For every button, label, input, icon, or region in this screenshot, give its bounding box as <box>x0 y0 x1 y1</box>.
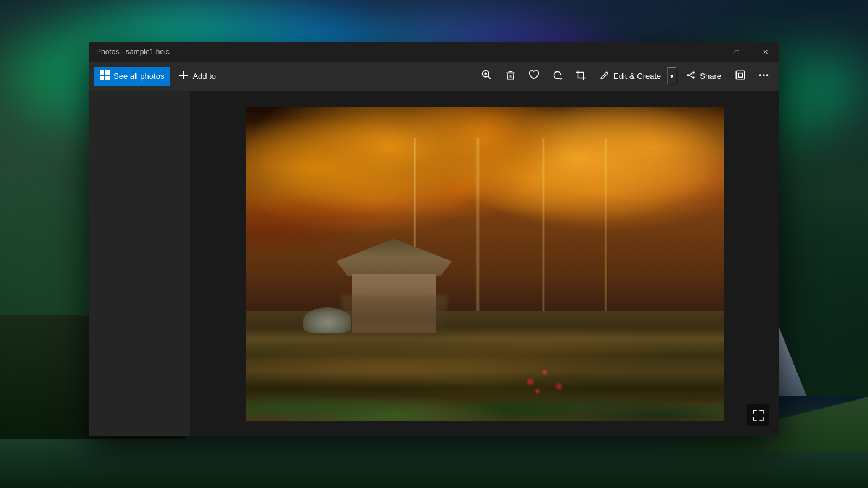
svg-rect-11 <box>509 71 513 72</box>
svg-point-21 <box>760 74 761 76</box>
svg-point-16 <box>692 71 695 74</box>
svg-point-17 <box>692 76 695 79</box>
see-all-photos-label: See all photos <box>113 71 164 81</box>
photo-area <box>190 91 779 436</box>
svg-line-15 <box>607 72 608 73</box>
photo-trunks <box>246 138 724 327</box>
favorite-button[interactable] <box>523 66 544 87</box>
autumn-photo <box>246 107 724 421</box>
photo-berries <box>509 358 580 405</box>
svg-point-22 <box>763 74 764 76</box>
chevron-down-icon: ▾ <box>670 72 674 80</box>
window-title: Photos - sample1.heic <box>96 47 170 56</box>
svg-point-18 <box>687 74 689 76</box>
share-icon <box>686 70 696 83</box>
fit-screen-button[interactable] <box>730 66 751 87</box>
delete-button[interactable] <box>500 66 521 87</box>
share-button[interactable]: Share <box>680 67 727 86</box>
maximize-icon: □ <box>735 48 739 55</box>
delete-icon <box>505 70 516 83</box>
fullscreen-button[interactable] <box>747 404 769 426</box>
title-bar: Photos - sample1.heic ─ □ ✕ <box>89 42 779 62</box>
more-icon <box>758 70 769 83</box>
svg-rect-2 <box>100 76 104 80</box>
add-to-button[interactable]: Add to <box>173 67 222 86</box>
svg-rect-20 <box>739 73 743 77</box>
fit-screen-icon <box>735 70 746 83</box>
zoom-icon <box>481 70 493 83</box>
svg-rect-0 <box>100 70 104 75</box>
left-panel <box>89 91 190 436</box>
rotate-button[interactable] <box>547 66 568 87</box>
crop-icon <box>575 70 586 83</box>
edit-create-group: Edit & Create ▾ <box>594 67 678 86</box>
minimize-icon: ─ <box>706 48 711 55</box>
toolbar: See all photos Add to <box>89 62 779 91</box>
toolbar-right: Edit & Create ▾ Share <box>594 66 774 87</box>
gazebo-roof <box>336 238 452 276</box>
photo-foreground <box>246 358 724 421</box>
edit-create-dropdown[interactable]: ▾ <box>667 67 678 85</box>
close-icon: ✕ <box>763 48 768 56</box>
edit-icon <box>600 70 610 83</box>
photo-rocks <box>303 307 351 333</box>
see-all-photos-button[interactable]: See all photos <box>94 67 170 86</box>
edit-create-label: Edit & Create <box>613 71 661 81</box>
svg-rect-3 <box>105 76 110 80</box>
heart-icon <box>528 70 539 83</box>
svg-rect-1 <box>105 70 110 75</box>
svg-point-23 <box>766 74 768 76</box>
maximize-button[interactable]: □ <box>723 42 751 62</box>
add-to-label: Add to <box>192 71 216 81</box>
edit-create-button[interactable]: Edit & Create <box>594 67 667 86</box>
minimize-button[interactable]: ─ <box>694 42 723 62</box>
title-bar-controls: ─ □ ✕ <box>694 42 779 62</box>
crop-button[interactable] <box>570 66 591 87</box>
more-options-button[interactable] <box>753 66 774 87</box>
svg-rect-19 <box>736 71 745 79</box>
rotate-icon <box>552 70 563 83</box>
gazebo-reflection <box>342 295 447 343</box>
share-label: Share <box>700 71 721 81</box>
svg-line-7 <box>488 76 491 79</box>
main-content <box>89 91 779 436</box>
app-window: Photos - sample1.heic ─ □ ✕ <box>89 42 779 436</box>
close-button[interactable]: ✕ <box>751 42 779 62</box>
svg-rect-5 <box>179 75 188 76</box>
photos-grid-icon <box>100 70 110 83</box>
add-icon <box>179 70 189 83</box>
zoom-button[interactable] <box>477 66 497 87</box>
photo-frame <box>246 107 724 421</box>
